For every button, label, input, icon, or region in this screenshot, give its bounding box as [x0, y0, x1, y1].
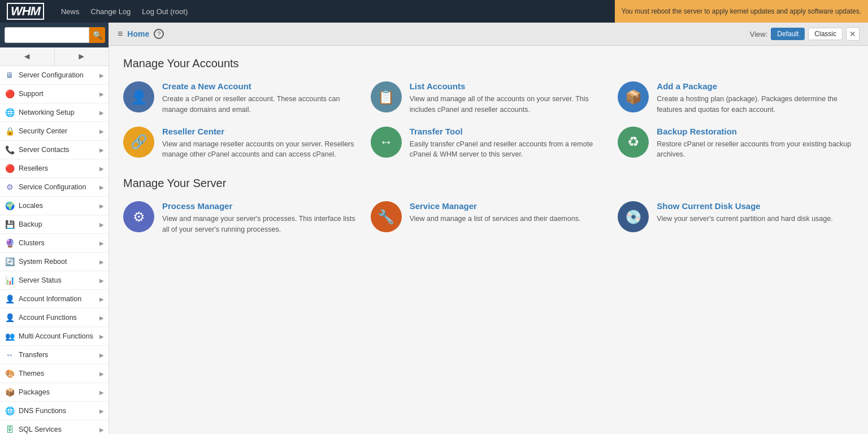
sidebar-item-backup[interactable]: 💾 Backup ▶	[0, 215, 108, 234]
cards-grid: 👤 Create a New Account Create a cPanel o…	[123, 81, 854, 160]
sidebar-icon: 🔒	[5, 126, 15, 136]
card-content: List Accounts View and manage all of the…	[410, 81, 607, 115]
cards-grid: ⚙ Process Manager View and manage your s…	[123, 201, 854, 235]
menu-toggle-icon[interactable]: ≡	[118, 29, 123, 39]
card-description: View and manage your server's processes.…	[162, 214, 359, 235]
main-layout: 🔍 ◄ ► 🖥 Server Configuration ▶ 🔴 Support…	[0, 23, 868, 434]
card-title[interactable]: List Accounts	[410, 81, 607, 91]
sidebar-item-label: Networking Setup	[19, 108, 99, 116]
sidebar-item-server-contacts[interactable]: 📞 Server Contacts ▶	[0, 141, 108, 159]
sidebar-item-networking-setup[interactable]: 🌐 Networking Setup ▶	[0, 103, 108, 122]
card-description: Easily transfer cPanel and reseller acco…	[410, 139, 607, 160]
sidebar-item-label: Service Configuration	[19, 183, 99, 191]
view-default-button[interactable]: Default	[771, 28, 805, 40]
sidebar-search-bar: 🔍	[0, 23, 108, 47]
nav-news[interactable]: News	[61, 7, 80, 16]
sidebar-item-locales[interactable]: 🌍 Locales ▶	[0, 197, 108, 215]
card-content: Backup Restoration Restore cPanel or res…	[657, 127, 854, 160]
sidebar-item-label: Backup	[19, 220, 99, 228]
card-title[interactable]: Backup Restoration	[657, 127, 854, 136]
card-title[interactable]: Process Manager	[162, 201, 359, 211]
sidebar-arrow-icon: ▶	[99, 240, 104, 246]
search-button[interactable]: 🔍	[89, 27, 105, 43]
card-content: Show Current Disk Usage View your server…	[657, 201, 832, 224]
sidebar-item-multi-account-functions[interactable]: 👥 Multi Account Functions ▶	[0, 327, 108, 346]
search-input[interactable]	[5, 27, 89, 43]
sidebar-item-security-center[interactable]: 🔒 Security Center ▶	[0, 122, 108, 141]
content-section: Manage Your Accounts 👤 Create a New Acco…	[123, 57, 854, 160]
sidebar-item-server-configuration[interactable]: 🖥 Server Configuration ▶	[0, 66, 108, 85]
sidebar-icon: 👤	[5, 313, 15, 323]
sidebar-icon: ⚙	[5, 182, 15, 192]
sidebar-item-label: Transfers	[19, 351, 99, 359]
sidebar-item-label: Server Contacts	[19, 146, 99, 154]
sidebar-item-themes[interactable]: 🎨 Themes ▶	[0, 364, 108, 383]
card-add-package: 📦 Add a Package Create a hosting plan (p…	[618, 81, 854, 115]
main-content: ≡ Home ? View: Default Classic ✕ Manage …	[109, 23, 868, 434]
card-service-manager: 🔧 Service Manager View and manage a list…	[371, 201, 607, 235]
card-content: Add a Package Create a hosting plan (pac…	[657, 81, 854, 115]
breadcrumb-bar: ≡ Home ? View: Default Classic ✕	[109, 23, 868, 46]
sidebar-item-account-functions[interactable]: 👤 Account Functions ▶	[0, 309, 108, 327]
help-icon[interactable]: ?	[154, 29, 164, 39]
top-navigation: WHM News Change Log Log Out (root) You m…	[0, 0, 868, 23]
sidebar-item-dns-functions[interactable]: 🌐 DNS Functions ▶	[0, 402, 108, 420]
card-disk-usage: 💿 Show Current Disk Usage View your serv…	[618, 201, 854, 235]
sidebar-item-label: DNS Functions	[19, 407, 99, 415]
sidebar-arrow-icon: ▶	[99, 203, 104, 209]
card-description: Create a cPanel or reseller account. The…	[162, 94, 359, 115]
card-title[interactable]: Add a Package	[657, 81, 854, 91]
sidebar-item-service-configuration[interactable]: ⚙ Service Configuration ▶	[0, 178, 108, 197]
sidebar-item-label: Themes	[19, 370, 99, 377]
sidebar-item-transfers[interactable]: ↔ Transfers ▶	[0, 346, 108, 364]
sidebar-item-resellers[interactable]: 🔴 Resellers ▶	[0, 159, 108, 178]
view-close-button[interactable]: ✕	[846, 27, 860, 41]
sidebar-arrow-icon: ▶	[99, 277, 104, 284]
sidebar-arrow-icon: ▶	[99, 389, 104, 396]
sidebar-item-server-status[interactable]: 📊 Server Status ▶	[0, 271, 108, 290]
sidebar-item-label: Server Configuration	[19, 71, 99, 79]
sidebar-item-clusters[interactable]: 🔮 Clusters ▶	[0, 234, 108, 253]
card-content: Reseller Center View and manage reseller…	[162, 127, 359, 160]
nav-changelog[interactable]: Change Log	[91, 7, 131, 16]
sidebar-arrow-icon: ▶	[99, 128, 104, 134]
card-description: Restore cPanel or reseller accounts from…	[657, 139, 854, 160]
alert-banner: You must reboot the server to apply kern…	[615, 0, 869, 23]
sidebar-icon: 🌐	[5, 406, 15, 416]
sidebar-item-sql-services[interactable]: 🗄 SQL Services ▶	[0, 420, 108, 434]
home-link[interactable]: Home	[127, 29, 149, 38]
view-label: View:	[750, 30, 768, 38]
sidebar-icon: 📞	[5, 145, 15, 155]
sidebar-item-label: SQL Services	[19, 426, 99, 433]
card-title[interactable]: Reseller Center	[162, 127, 359, 136]
nav-logout[interactable]: Log Out (root)	[142, 7, 188, 16]
sidebar-item-system-reboot[interactable]: 🔄 System Reboot ▶	[0, 253, 108, 271]
sidebar-item-account-information[interactable]: 👤 Account Information ▶	[0, 290, 108, 309]
whm-logo: WHM	[7, 3, 44, 20]
sidebar-nav-forward[interactable]: ►	[55, 47, 109, 66]
sidebar-item-label: Locales	[19, 202, 99, 210]
card-create-account: 👤 Create a New Account Create a cPanel o…	[123, 81, 359, 115]
sidebar-arrow-icon: ▶	[99, 184, 104, 190]
card-list-accounts: 📋 List Accounts View and manage all of t…	[371, 81, 607, 115]
card-title[interactable]: Service Manager	[410, 201, 581, 211]
card-title[interactable]: Show Current Disk Usage	[657, 201, 832, 211]
sidebar-icon: 🔴	[5, 89, 15, 99]
sidebar-icon: 🌐	[5, 107, 15, 118]
sidebar-nav-back[interactable]: ◄	[0, 47, 55, 66]
card-content: Create a New Account Create a cPanel or …	[162, 81, 359, 115]
sidebar-icon: 🔮	[5, 238, 15, 248]
card-title[interactable]: Transfer Tool	[410, 127, 607, 136]
card-icon: 📦	[618, 81, 649, 112]
sidebar-item-support[interactable]: 🔴 Support ▶	[0, 85, 108, 103]
content-section: Manage Your Server ⚙ Process Manager Vie…	[123, 177, 854, 235]
card-title[interactable]: Create a New Account	[162, 81, 359, 91]
sidebar-item-label: Server Status	[19, 276, 99, 284]
sidebar-item-label: System Reboot	[19, 258, 99, 266]
sidebar-icon: 💾	[5, 219, 15, 229]
sidebar-item-label: Multi Account Functions	[19, 332, 99, 340]
sidebar-item-packages[interactable]: 📦 Packages ▶	[0, 383, 108, 402]
view-classic-button[interactable]: Classic	[808, 28, 843, 40]
card-reseller-center: 🔗 Reseller Center View and manage resell…	[123, 127, 359, 160]
card-description: View and manage all of the accounts on y…	[410, 94, 607, 115]
